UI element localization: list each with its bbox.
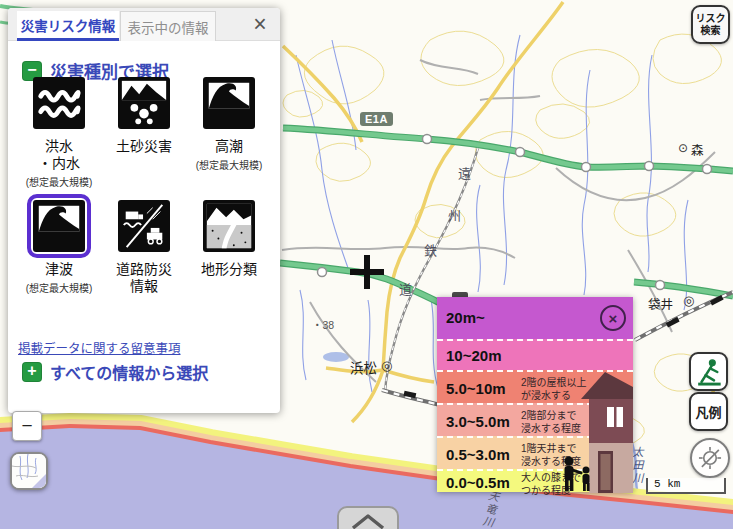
current-location-button[interactable] xyxy=(690,438,730,478)
legend-close-icon[interactable]: × xyxy=(600,305,626,331)
hazard-item-storm-surge[interactable]: 高潮 (想定最大規模) xyxy=(189,71,269,172)
legend-row: 0.0~0.5m 大人の膝まで つかる程度 xyxy=(437,469,633,492)
map-scale-bar: 5 km xyxy=(646,478,726,494)
hazard-item-label: 津波 xyxy=(45,261,73,278)
legend-row: 3.0~5.0m 2階部分まで 浸水する程度 xyxy=(437,403,633,436)
legend-row: 20m~ × xyxy=(437,297,633,339)
minimap-preview xyxy=(12,454,46,488)
legend-row: 5.0~10m 2階の屋根以上 が浸水する xyxy=(437,370,633,403)
landform-icon[interactable] xyxy=(203,200,255,252)
legend-row: 10~20m xyxy=(437,339,633,370)
hazard-item-road-disaster[interactable]: 道路防災 情報 xyxy=(104,194,184,297)
hazard-item-landform[interactable]: 地形分類 xyxy=(189,194,269,280)
chevron-up-icon xyxy=(343,508,393,529)
tab-displayed-info[interactable]: 表示中の情報 xyxy=(120,11,216,41)
data-disclaimer-link[interactable]: 掲載データに関する留意事項 xyxy=(18,338,181,357)
expand-icon[interactable]: + xyxy=(22,362,42,382)
legend-range: 0.5~3.0m xyxy=(446,446,510,463)
railway-name-char: 州 xyxy=(448,205,461,224)
zoom-out-button[interactable]: − xyxy=(12,411,42,441)
hazard-item-tsunami[interactable]: 津波 (想定最大規模) xyxy=(19,194,99,295)
tab-disaster-risk-info[interactable]: 災害リスク情報 xyxy=(17,11,119,41)
panel-tab-bar: 災害リスク情報 表示中の情報 × xyxy=(8,8,280,41)
disaster-risk-panel: 災害リスク情報 表示中の情報 × − 災害種別で選択 洪水 ・内水 (想定最大規… xyxy=(8,8,280,413)
hazard-item-label: 高潮 xyxy=(215,138,243,155)
road-disaster-icon[interactable] xyxy=(118,200,170,252)
storm-surge-icon[interactable] xyxy=(203,77,255,129)
hazard-item-landslide[interactable]: 土砂災害 xyxy=(104,71,184,157)
panel-close-icon[interactable]: × xyxy=(246,9,274,39)
hazard-item-label: 洪水 ・内水 xyxy=(38,138,80,172)
legend-range: 10~20m xyxy=(446,347,501,364)
legend-range: 3.0~5.0m xyxy=(446,413,510,430)
legend-button[interactable]: 凡例 xyxy=(689,392,728,431)
lake xyxy=(323,352,349,362)
legend-range: 5.0~10m xyxy=(446,380,506,397)
flood-icon[interactable] xyxy=(33,77,85,129)
evacuation-site-button[interactable] xyxy=(689,352,728,391)
section-title: すべての情報から選択 xyxy=(50,360,208,384)
legend-note: 2階の屋根以上 が浸水する xyxy=(521,377,587,402)
tsunami-icon[interactable] xyxy=(33,200,85,252)
overview-minimap[interactable] xyxy=(10,452,48,490)
landslide-icon[interactable] xyxy=(118,77,170,129)
risk-search-button[interactable]: リスク 検索 xyxy=(691,5,730,44)
legend-note: 大人の膝まで つかる程度 xyxy=(521,472,581,497)
legend-note: 1階天井まで 浸水する程度 xyxy=(521,443,581,468)
hazard-item-label: 地形分類 xyxy=(201,261,257,278)
hazard-item-flood[interactable]: 洪水 ・内水 (想定最大規模) xyxy=(19,71,99,189)
railway-name-char: 道 xyxy=(399,279,412,298)
legend-row: 0.5~3.0m 1階天井まで 浸水する程度 xyxy=(437,436,633,469)
legend-note: 2階部分まで 浸水する程度 xyxy=(521,410,581,435)
panel-expand-button[interactable] xyxy=(337,506,399,529)
legend-range: 0.0~0.5m xyxy=(446,474,510,491)
locate-crosshair-icon xyxy=(696,444,724,472)
railway-name-char: 遠 xyxy=(458,163,471,182)
tsunami-depth-legend: 20m~ × 10~20m 5.0~10m 2階の屋根以上 が浸水する 3.0~… xyxy=(437,297,633,492)
hazard-item-label: 道路防災 情報 xyxy=(116,261,172,295)
section-select-all: + すべての情報から選択 xyxy=(22,360,208,384)
hazard-item-note: (想定最大規模) xyxy=(196,157,263,172)
hazard-item-label: 土砂災害 xyxy=(116,138,172,155)
hazard-map-app: E1A ⊙ 森 袋井 ◎ 浜松 ◎ ・38 遠 州 鉄 道 太田川 天竜川 災害… xyxy=(0,0,733,529)
hazard-item-note: (想定最大規模) xyxy=(26,280,93,295)
legend-range: 20m~ xyxy=(446,309,485,326)
railway-name-char: 鉄 xyxy=(424,240,437,259)
running-person-icon xyxy=(694,357,724,387)
map-center-crosshair xyxy=(364,255,370,289)
hazard-item-note: (想定最大規模) xyxy=(26,174,93,189)
